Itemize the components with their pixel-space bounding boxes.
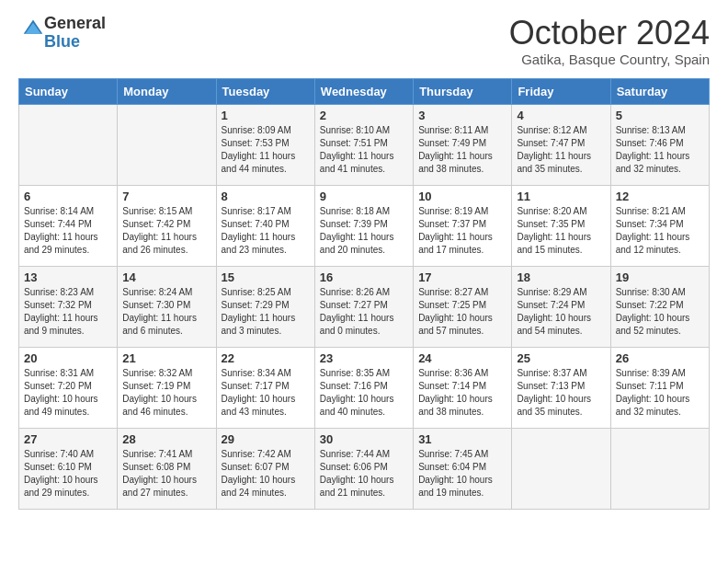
calendar-table: Sunday Monday Tuesday Wednesday Thursday… [18,78,710,510]
day-cell [610,428,709,509]
day-cell: 27Sunrise: 7:40 AMSunset: 6:10 PMDayligh… [19,428,118,509]
day-number: 13 [24,270,112,284]
day-cell: 25Sunrise: 8:37 AMSunset: 7:13 PMDayligh… [512,347,610,428]
day-info: Sunrise: 8:23 AMSunset: 7:32 PMDaylight:… [24,286,112,338]
day-number: 25 [517,351,605,365]
day-info: Sunrise: 8:35 AMSunset: 7:16 PMDaylight:… [320,367,408,419]
month-title: October 2024 [509,15,710,52]
day-number: 26 [616,351,704,365]
day-info: Sunrise: 8:17 AMSunset: 7:40 PMDaylight:… [222,205,310,257]
day-number: 10 [418,190,506,203]
day-info: Sunrise: 8:10 AMSunset: 7:51 PMDaylight:… [320,124,408,176]
day-info: Sunrise: 8:26 AMSunset: 7:27 PMDaylight:… [320,286,408,338]
day-number: 6 [24,190,112,203]
day-info: Sunrise: 8:24 AMSunset: 7:30 PMDaylight:… [122,286,210,338]
day-cell [512,428,610,509]
header: General Blue October 2024 Gatika, Basque… [18,15,710,67]
col-tuesday: Tuesday [216,78,314,104]
day-number: 5 [616,109,704,122]
day-info: Sunrise: 7:45 AMSunset: 6:04 PMDaylight:… [418,448,506,500]
day-cell: 11Sunrise: 8:20 AMSunset: 7:35 PMDayligh… [512,185,610,266]
day-info: Sunrise: 8:31 AMSunset: 7:20 PMDaylight:… [24,367,112,419]
day-cell: 19Sunrise: 8:30 AMSunset: 7:22 PMDayligh… [610,266,709,347]
day-info: Sunrise: 8:25 AMSunset: 7:29 PMDaylight:… [222,286,310,338]
day-info: Sunrise: 8:11 AMSunset: 7:49 PMDaylight:… [418,124,506,176]
col-saturday: Saturday [610,78,709,104]
week-row-4: 20Sunrise: 8:31 AMSunset: 7:20 PMDayligh… [19,347,710,428]
day-info: Sunrise: 8:20 AMSunset: 7:35 PMDaylight:… [517,205,605,257]
day-cell: 12Sunrise: 8:21 AMSunset: 7:34 PMDayligh… [610,185,709,266]
day-info: Sunrise: 8:14 AMSunset: 7:44 PMDaylight:… [24,205,112,257]
day-info: Sunrise: 7:44 AMSunset: 6:06 PMDaylight:… [320,448,408,500]
logo-text: General Blue [44,15,106,52]
day-number: 27 [24,432,112,446]
day-cell: 16Sunrise: 8:26 AMSunset: 7:27 PMDayligh… [314,266,413,347]
week-row-2: 6Sunrise: 8:14 AMSunset: 7:44 PMDaylight… [19,185,710,266]
col-friday: Friday [512,78,610,104]
col-monday: Monday [118,78,216,104]
day-info: Sunrise: 8:32 AMSunset: 7:19 PMDaylight:… [122,367,210,419]
day-number: 22 [222,351,310,365]
day-number: 29 [222,432,310,446]
day-number: 1 [222,109,310,122]
day-cell: 3Sunrise: 8:11 AMSunset: 7:49 PMDaylight… [414,104,512,185]
week-row-3: 13Sunrise: 8:23 AMSunset: 7:32 PMDayligh… [19,266,710,347]
location: Gatika, Basque Country, Spain [509,52,710,67]
day-cell: 22Sunrise: 8:34 AMSunset: 7:17 PMDayligh… [216,347,314,428]
day-number: 16 [320,270,408,284]
day-info: Sunrise: 8:18 AMSunset: 7:39 PMDaylight:… [320,205,408,257]
day-number: 15 [222,270,310,284]
day-number: 23 [320,351,408,365]
day-number: 11 [517,190,605,203]
day-number: 28 [122,432,210,446]
day-number: 4 [517,109,605,122]
day-info: Sunrise: 8:30 AMSunset: 7:22 PMDaylight:… [616,286,704,338]
day-number: 21 [122,351,210,365]
logo-icon [22,17,44,39]
col-sunday: Sunday [19,78,118,104]
logo-general: General [44,15,106,33]
day-info: Sunrise: 7:40 AMSunset: 6:10 PMDaylight:… [24,448,112,500]
day-number: 19 [616,270,704,284]
day-cell: 15Sunrise: 8:25 AMSunset: 7:29 PMDayligh… [216,266,314,347]
day-cell: 31Sunrise: 7:45 AMSunset: 6:04 PMDayligh… [414,428,512,509]
day-number: 2 [320,109,408,122]
logo-blue: Blue [44,33,106,52]
day-cell: 4Sunrise: 8:12 AMSunset: 7:47 PMDaylight… [512,104,610,185]
page: General Blue October 2024 Gatika, Basque… [0,0,728,528]
day-info: Sunrise: 7:42 AMSunset: 6:07 PMDaylight:… [222,448,310,500]
day-cell: 13Sunrise: 8:23 AMSunset: 7:32 PMDayligh… [19,266,118,347]
day-cell: 9Sunrise: 8:18 AMSunset: 7:39 PMDaylight… [314,185,413,266]
day-number: 20 [24,351,112,365]
day-cell: 28Sunrise: 7:41 AMSunset: 6:08 PMDayligh… [118,428,216,509]
day-cell: 18Sunrise: 8:29 AMSunset: 7:24 PMDayligh… [512,266,610,347]
day-info: Sunrise: 8:12 AMSunset: 7:47 PMDaylight:… [517,124,605,176]
day-cell: 30Sunrise: 7:44 AMSunset: 6:06 PMDayligh… [314,428,413,509]
day-cell: 6Sunrise: 8:14 AMSunset: 7:44 PMDaylight… [19,185,118,266]
day-cell: 10Sunrise: 8:19 AMSunset: 7:37 PMDayligh… [414,185,512,266]
calendar-header-row: Sunday Monday Tuesday Wednesday Thursday… [19,78,710,104]
day-info: Sunrise: 8:39 AMSunset: 7:11 PMDaylight:… [616,367,704,419]
day-number: 3 [418,109,506,122]
col-wednesday: Wednesday [314,78,413,104]
day-cell: 7Sunrise: 8:15 AMSunset: 7:42 PMDaylight… [118,185,216,266]
day-info: Sunrise: 8:37 AMSunset: 7:13 PMDaylight:… [517,367,605,419]
day-info: Sunrise: 8:13 AMSunset: 7:46 PMDaylight:… [616,124,704,176]
day-info: Sunrise: 8:34 AMSunset: 7:17 PMDaylight:… [222,367,310,419]
day-number: 9 [320,190,408,203]
day-cell: 23Sunrise: 8:35 AMSunset: 7:16 PMDayligh… [314,347,413,428]
day-number: 24 [418,351,506,365]
day-cell: 17Sunrise: 8:27 AMSunset: 7:25 PMDayligh… [414,266,512,347]
day-cell: 21Sunrise: 8:32 AMSunset: 7:19 PMDayligh… [118,347,216,428]
day-cell: 1Sunrise: 8:09 AMSunset: 7:53 PMDaylight… [216,104,314,185]
week-row-1: 1Sunrise: 8:09 AMSunset: 7:53 PMDaylight… [19,104,710,185]
day-info: Sunrise: 8:21 AMSunset: 7:34 PMDaylight:… [616,205,704,257]
day-number: 12 [616,190,704,203]
day-number: 31 [418,432,506,446]
day-number: 18 [517,270,605,284]
day-cell: 20Sunrise: 8:31 AMSunset: 7:20 PMDayligh… [19,347,118,428]
logo: General Blue [18,15,106,52]
day-number: 8 [222,190,310,203]
day-cell: 29Sunrise: 7:42 AMSunset: 6:07 PMDayligh… [216,428,314,509]
day-info: Sunrise: 8:09 AMSunset: 7:53 PMDaylight:… [222,124,310,176]
